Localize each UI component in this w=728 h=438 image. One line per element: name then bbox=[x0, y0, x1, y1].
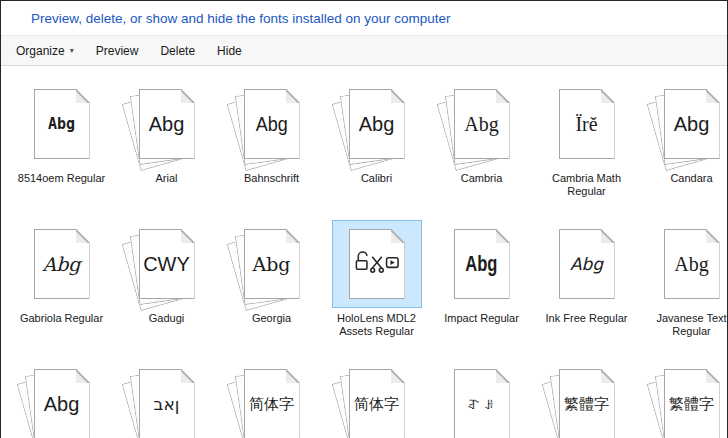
command-toolbar: Organize ▾ Preview Delete Hide bbox=[1, 35, 727, 66]
font-preview-text: Ïrě bbox=[575, 113, 597, 136]
font-label: Gadugi bbox=[149, 312, 184, 340]
font-grid: Abg 8514oem Regular Abg Arial Abg Bahnsc… bbox=[1, 80, 728, 438]
font-item[interactable]: Abg bbox=[9, 360, 114, 438]
font-item[interactable]: Abg Georgia bbox=[219, 220, 324, 340]
font-label: HoloLens MDL2 Assets Regular bbox=[326, 312, 428, 340]
font-label: Cambria Math Regular bbox=[536, 172, 638, 200]
font-item[interactable]: Ïrě Cambria Math Regular bbox=[534, 80, 639, 200]
font-item[interactable]: 简体字 bbox=[219, 360, 324, 438]
font-preview-text: ןאב bbox=[154, 394, 180, 414]
font-page-icon: 简体字 bbox=[349, 369, 405, 438]
font-item[interactable]: Abg Gabriola Regular bbox=[9, 220, 114, 340]
font-preview-text: Abg bbox=[42, 253, 80, 275]
chevron-down-icon: ▾ bbox=[70, 47, 74, 55]
font-file-icon: 繁體字 bbox=[647, 360, 728, 438]
font-file-icon: Abg bbox=[437, 220, 527, 308]
font-item[interactable]: CWY Gadugi bbox=[114, 220, 219, 340]
font-label: Georgia bbox=[252, 312, 291, 340]
organize-menu-button[interactable]: Organize ▾ bbox=[5, 40, 85, 62]
font-page-icon: Abg bbox=[664, 89, 720, 159]
font-file-icon: Abg bbox=[17, 80, 107, 168]
font-item[interactable]: Abg 8514oem Regular bbox=[9, 80, 114, 200]
font-preview-text: 繁體字 bbox=[564, 395, 609, 414]
font-item[interactable]: Abg Calibri bbox=[324, 80, 429, 200]
font-file-icon: 繁體字 bbox=[542, 360, 632, 438]
font-label: Javanese Text Regular bbox=[641, 312, 728, 340]
font-file-icon: ꆈꌠ bbox=[437, 360, 527, 438]
font-label: Calibri bbox=[361, 172, 392, 200]
font-preview-text: ꆈꌠ bbox=[467, 395, 497, 413]
font-file-icon: Abg bbox=[332, 80, 422, 168]
font-page-icon: 简体字 bbox=[244, 369, 300, 438]
font-page-icon: Ïrě bbox=[559, 89, 615, 159]
font-file-icon bbox=[332, 220, 422, 308]
font-label: Impact Regular bbox=[444, 312, 519, 340]
preview-button[interactable]: Preview bbox=[85, 40, 150, 62]
font-page-icon: Abg bbox=[349, 89, 405, 159]
font-item[interactable]: HoloLens MDL2 Assets Regular bbox=[324, 220, 429, 340]
font-item[interactable]: ꆈꌠ bbox=[429, 360, 534, 438]
font-preview-text: Abg bbox=[48, 115, 75, 133]
font-page-icon: CWY bbox=[139, 229, 195, 299]
font-item[interactable]: ןאב bbox=[114, 360, 219, 438]
font-preview-text: CWY bbox=[143, 253, 190, 276]
font-preview-text: 繁體字 bbox=[669, 395, 714, 414]
font-label: Bahnschrift bbox=[244, 172, 299, 200]
font-file-icon: Abg bbox=[17, 220, 107, 308]
font-preview-text: Abg bbox=[359, 113, 395, 136]
preview-label: Preview bbox=[96, 44, 139, 58]
font-file-icon: 简体字 bbox=[227, 360, 317, 438]
font-file-icon: Abg bbox=[227, 80, 317, 168]
font-preview-text: Abg bbox=[674, 253, 708, 276]
font-file-icon: 简体字 bbox=[332, 360, 422, 438]
font-page-icon: Abg bbox=[244, 229, 300, 299]
hide-button[interactable]: Hide bbox=[206, 40, 253, 62]
font-file-icon: Abg bbox=[437, 80, 527, 168]
content-area: Abg 8514oem Regular Abg Arial Abg Bahnsc… bbox=[1, 66, 727, 438]
font-item[interactable]: 繁體字 bbox=[639, 360, 728, 438]
font-item[interactable]: 简体字 bbox=[324, 360, 429, 438]
font-file-icon: Abg bbox=[647, 80, 728, 168]
delete-button[interactable]: Delete bbox=[149, 40, 206, 62]
font-item[interactable]: 繁體字 bbox=[534, 360, 639, 438]
font-page-icon: ꆈꌠ bbox=[454, 369, 510, 438]
font-preview-text: Abg bbox=[570, 254, 603, 274]
font-file-icon: Abg bbox=[647, 220, 728, 308]
page-header: Preview, delete, or show and hide the fo… bbox=[1, 1, 727, 35]
font-preview-text: 简体字 bbox=[249, 395, 294, 414]
font-item[interactable]: Abg Candara bbox=[639, 80, 728, 200]
font-page-icon: Abg bbox=[34, 229, 90, 299]
font-file-icon: Abg bbox=[122, 80, 212, 168]
font-file-icon: Abg bbox=[227, 220, 317, 308]
font-preview-text bbox=[354, 250, 400, 279]
font-preview-text: Abg bbox=[44, 393, 80, 416]
font-page-icon: 繁體字 bbox=[559, 369, 615, 438]
video-play-icon bbox=[386, 257, 398, 267]
mdl2-glyphs bbox=[354, 250, 400, 279]
font-item[interactable]: Abg Arial bbox=[114, 80, 219, 200]
font-item[interactable]: Abg Impact Regular bbox=[429, 220, 534, 340]
font-page-icon: 繁體字 bbox=[664, 369, 720, 438]
page-title: Preview, delete, or show and hide the fo… bbox=[31, 11, 451, 26]
font-preview-text: Abg bbox=[252, 253, 290, 275]
font-file-icon: Abg bbox=[542, 220, 632, 308]
font-item[interactable]: Abg Cambria bbox=[429, 80, 534, 200]
delete-label: Delete bbox=[160, 44, 195, 58]
font-preview-text: Abg bbox=[255, 113, 287, 136]
font-label: Arial bbox=[155, 172, 177, 200]
font-preview-text: Abg bbox=[149, 113, 185, 136]
font-page-icon: Abg bbox=[559, 229, 615, 299]
font-page-icon: Abg bbox=[664, 229, 720, 299]
font-label: Candara bbox=[670, 172, 712, 200]
font-label: Ink Free Regular bbox=[546, 312, 628, 340]
font-item[interactable]: Abg Bahnschrift bbox=[219, 80, 324, 200]
font-label: 8514oem Regular bbox=[18, 172, 105, 200]
font-item[interactable]: Abg Ink Free Regular bbox=[534, 220, 639, 340]
font-page-icon: Abg bbox=[454, 89, 510, 159]
font-page-icon bbox=[349, 229, 405, 299]
font-page-icon: Abg bbox=[34, 369, 90, 438]
font-preview-text: Abg bbox=[465, 251, 497, 277]
unlocked-padlock-icon bbox=[356, 252, 367, 269]
scissors-icon bbox=[370, 256, 382, 271]
font-item[interactable]: Abg Javanese Text Regular bbox=[639, 220, 728, 340]
